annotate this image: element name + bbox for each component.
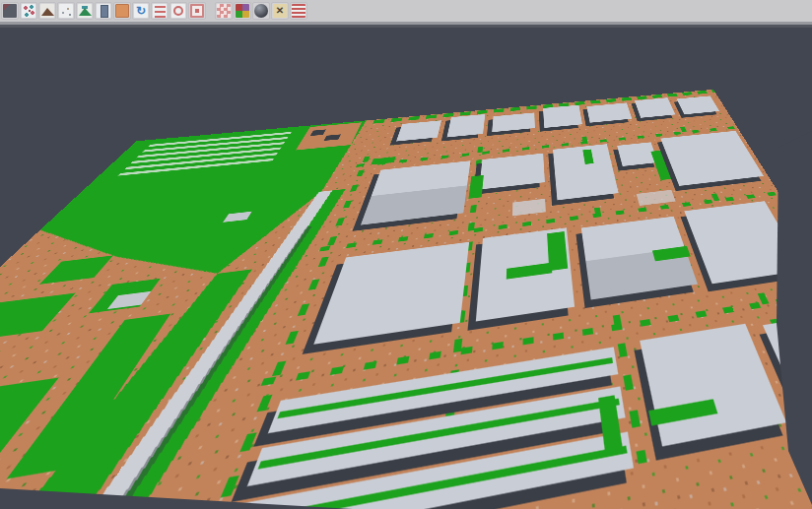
sparse-points-icon[interactable] <box>57 2 75 20</box>
cross-tools-icon[interactable]: ✕ <box>271 2 289 20</box>
selection-brackets-icon[interactable] <box>188 2 206 20</box>
point-scatter-icon[interactable] <box>20 2 37 20</box>
application-window: ↻✕ <box>0 0 812 509</box>
building-roof <box>447 114 486 137</box>
striped-flag-icon[interactable] <box>290 2 307 20</box>
red-list-icon[interactable] <box>151 2 169 20</box>
sync-icon[interactable]: ↻ <box>132 2 150 20</box>
point-cloud-scene <box>0 90 812 509</box>
building-roof <box>543 105 582 128</box>
checker-grid-icon[interactable] <box>215 2 233 20</box>
sphere-icon[interactable] <box>252 2 270 20</box>
3d-viewport[interactable] <box>0 28 812 509</box>
red-ring-icon[interactable] <box>169 2 187 20</box>
terrain-brown-icon[interactable] <box>38 2 56 20</box>
column-icon[interactable] <box>95 2 112 20</box>
toolbar: ↻✕ <box>0 0 812 22</box>
classification-palette-icon[interactable] <box>234 2 251 20</box>
orange-swatch-icon[interactable] <box>113 2 131 20</box>
point-cloud-svg <box>0 90 812 509</box>
building-roof <box>660 131 764 186</box>
vegetation-terrain-icon[interactable] <box>76 2 94 20</box>
dark-cube-icon[interactable] <box>1 2 19 20</box>
